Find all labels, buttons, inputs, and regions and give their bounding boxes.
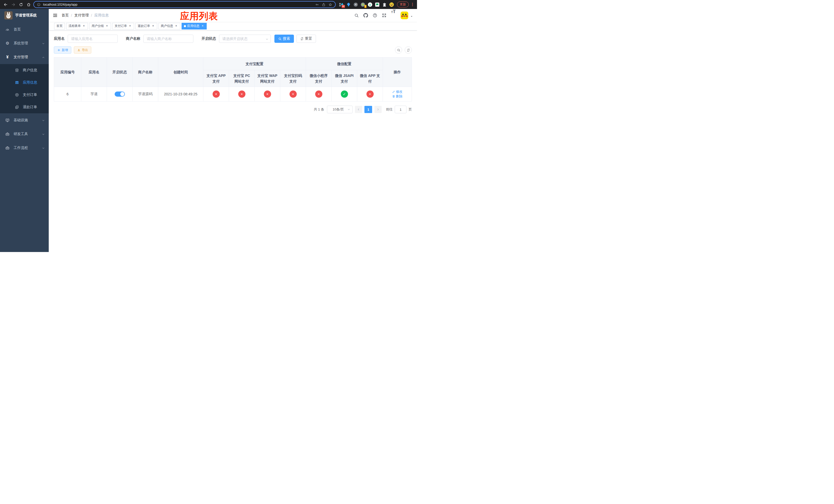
ext-yuque-icon[interactable]: y <box>368 2 372 7</box>
tab-close-icon[interactable]: × <box>82 24 86 28</box>
browser-update-button[interactable]: 更新 <box>397 2 409 7</box>
ext-emoji-icon[interactable] <box>389 2 394 7</box>
page-content: 应用名 商户名称 开启状态 搜索 <box>49 30 417 117</box>
add-button[interactable]: 新增 <box>54 46 71 53</box>
tab-close-icon[interactable]: × <box>174 24 178 28</box>
site-info-icon[interactable] <box>37 2 41 7</box>
browser-menu-icon[interactable] <box>410 2 414 8</box>
goto-page: 前往 页 <box>386 106 412 113</box>
sidebar-item-label: 退款订单 <box>23 105 37 110</box>
tab-close-icon[interactable]: × <box>151 24 155 28</box>
help-icon[interactable] <box>370 9 379 22</box>
group-header-wechat: 微信配置 <box>306 58 383 70</box>
refresh-icon[interactable] <box>405 46 412 53</box>
export-button-label: 导出 <box>82 48 88 52</box>
merchant-name-input[interactable] <box>144 35 193 43</box>
avatar-caret-icon[interactable] <box>410 14 413 17</box>
cell-alipay-pc: × <box>229 87 255 101</box>
next-page-icon[interactable] <box>374 106 381 113</box>
tab-refund-order[interactable]: 退款订单× <box>135 23 157 29</box>
app-logo[interactable]: 芋道管理系统 <box>0 9 49 22</box>
search-button[interactable]: 搜索 <box>275 35 294 43</box>
hide-search-icon[interactable] <box>395 46 402 53</box>
font-size-icon[interactable]: TT <box>389 9 398 22</box>
sidebar-item-pay[interactable]: ¥ 支付管理 <box>0 50 49 64</box>
tab-merchant-info[interactable]: 商户信息× <box>158 23 180 29</box>
ext-puzzle-icon[interactable] <box>382 2 387 7</box>
sidebar-item-label: 研发工具 <box>14 132 28 136</box>
status-check-icon: ✓ <box>341 91 348 98</box>
user-avatar[interactable] <box>401 12 408 19</box>
dashboard-icon <box>5 27 10 32</box>
svg-text:⌘: ⌘ <box>354 3 357 6</box>
reset-button[interactable]: 重置 <box>297 35 316 43</box>
ext-recorder-icon[interactable]: 1 <box>360 2 365 7</box>
goto-page-input[interactable] <box>395 106 407 113</box>
sidebar-item-workflow[interactable]: 工作流程 <box>0 141 49 155</box>
sidebar-item-pay-order[interactable]: 支付订单 <box>0 89 49 101</box>
add-button-label: 新增 <box>62 48 68 52</box>
sidebar-item-home[interactable]: 首页 <box>0 23 49 37</box>
forward-icon[interactable] <box>10 2 16 8</box>
tab-close-icon[interactable]: × <box>105 24 109 28</box>
breadcrumb-home[interactable]: 首页 <box>62 13 69 18</box>
sidebar-item-app-info[interactable]: 应用信息 <box>0 76 49 89</box>
tab-app-info[interactable]: 应用信息× <box>181 23 207 29</box>
status-select[interactable] <box>219 35 271 43</box>
edit-link-label: 修改 <box>396 90 403 94</box>
url-text[interactable]: localhost:1024/pay/app <box>43 3 313 6</box>
breadcrumb-pay[interactable]: 支付管理 <box>74 13 89 18</box>
gear-icon: ⚙ <box>5 41 10 46</box>
sidebar-toggle-icon[interactable] <box>49 9 62 22</box>
github-icon[interactable] <box>361 9 370 22</box>
ext-chat-icon[interactable] <box>375 2 379 7</box>
page-number-1[interactable]: 1 <box>365 106 372 113</box>
documents-icon <box>15 105 19 110</box>
browser-chrome: localhost:1024/pay/app 10 ⌘ 1 y 更新 <box>0 0 417 9</box>
app-name-input[interactable] <box>68 35 118 43</box>
cell-app-name: 芋道 <box>81 87 107 101</box>
sidebar-item-system[interactable]: ⚙ 系统管理 <box>0 37 49 50</box>
ext-command-icon[interactable]: ⌘ <box>353 2 358 7</box>
header-search-icon[interactable] <box>352 9 361 22</box>
page-size-input[interactable] <box>327 106 353 113</box>
back-icon[interactable] <box>3 2 9 8</box>
tab-label: 首页 <box>57 24 63 28</box>
reload-icon[interactable] <box>18 2 24 8</box>
tab-close-icon[interactable]: × <box>128 24 132 28</box>
tab-label: 应用信息 <box>187 24 199 28</box>
edit-link[interactable]: 修改 <box>392 90 403 94</box>
share-icon[interactable] <box>321 2 326 7</box>
sidebar-item-merchant-info[interactable]: 商户信息 <box>0 64 49 76</box>
sub-header-alipay-app: 支付宝 APP 支付 <box>203 70 229 87</box>
ext-gem-icon[interactable] <box>346 2 351 7</box>
bookmark-star-icon[interactable] <box>328 2 333 7</box>
sidebar-item-label: 应用信息 <box>23 80 37 85</box>
tab-process-form[interactable]: 流程表单× <box>66 23 88 29</box>
status-select-input[interactable] <box>219 35 271 43</box>
tab-close-icon[interactable]: × <box>201 24 204 28</box>
chevron-up-icon <box>42 55 45 59</box>
cell-merchant: 芋道源码 <box>133 87 158 101</box>
sidebar-item-dev-tools[interactable]: 研发工具 <box>0 127 49 141</box>
ext-blocks-icon[interactable]: 10 <box>339 2 344 7</box>
sidebar-item-infra[interactable]: 基础设施 <box>0 113 49 127</box>
home-icon[interactable] <box>26 2 32 8</box>
sidebar-item-refund-order[interactable]: 退款订单 <box>0 101 49 113</box>
tab-home[interactable]: 首页 <box>54 23 65 29</box>
cell-alipay-app: × <box>203 87 229 101</box>
password-key-icon[interactable] <box>315 2 319 7</box>
fullscreen-icon[interactable] <box>379 9 389 22</box>
page-size-select[interactable] <box>327 106 353 113</box>
col-header-ops: 操作 <box>383 58 412 87</box>
status-cross-icon: × <box>289 91 297 98</box>
export-button[interactable]: 导出 <box>74 46 91 53</box>
grid-icon <box>15 81 19 85</box>
cell-created: 2021-10-23 08:49:25 <box>158 87 203 101</box>
status-toggle[interactable] <box>115 92 125 97</box>
prev-page-icon[interactable] <box>355 106 362 113</box>
url-bar[interactable]: localhost:1024/pay/app <box>33 1 336 8</box>
delete-link[interactable]: 删除 <box>392 94 403 99</box>
tab-pay-order[interactable]: 支付订单× <box>112 23 134 29</box>
tab-user-group[interactable]: 用户分组× <box>89 23 111 29</box>
